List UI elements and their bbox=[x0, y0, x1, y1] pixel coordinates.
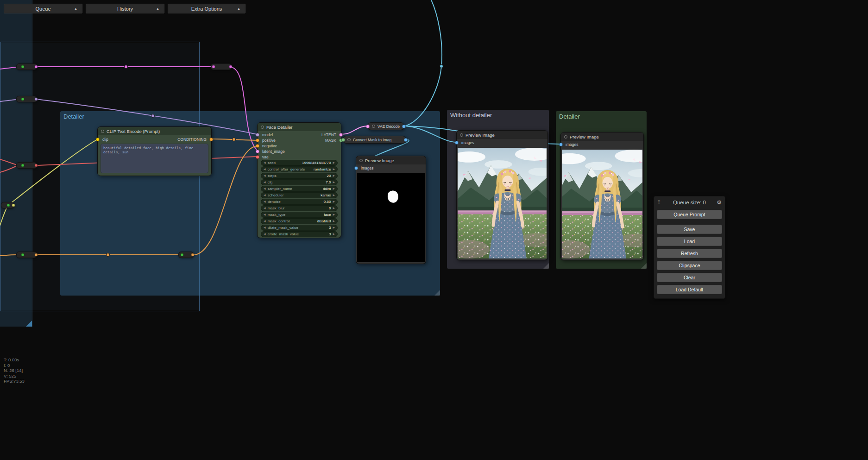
input-port[interactable]: model bbox=[258, 132, 302, 138]
increment-arrow-icon[interactable]: ▶ bbox=[333, 168, 335, 170]
queue-panel-button[interactable]: Queue ▲ bbox=[4, 4, 82, 13]
reroute-out-slot-icon[interactable] bbox=[35, 98, 38, 101]
group-title[interactable]: Detailer bbox=[60, 111, 440, 122]
output-port[interactable]: LATENT bbox=[304, 132, 341, 138]
node-header[interactable]: Face Detailer bbox=[258, 123, 341, 131]
reroute-in-slot-icon[interactable] bbox=[181, 253, 184, 257]
reroute-in-slot-icon[interactable] bbox=[21, 65, 25, 69]
input-slot-icon[interactable] bbox=[256, 139, 259, 142]
menu-button[interactable]: Queue Prompt bbox=[657, 210, 722, 219]
input-slot-icon[interactable] bbox=[341, 138, 345, 142]
reroute-out-slot-icon[interactable] bbox=[191, 253, 195, 257]
menu-button[interactable]: Refresh bbox=[657, 249, 722, 258]
node-header[interactable]: Preview Image bbox=[561, 132, 643, 141]
collapse-up-icon[interactable]: ▲ bbox=[156, 7, 159, 10]
decrement-arrow-icon[interactable]: ◀ bbox=[264, 161, 266, 164]
decrement-arrow-icon[interactable]: ◀ bbox=[264, 187, 266, 190]
reroute-out-slot-icon[interactable] bbox=[35, 164, 38, 167]
decrement-arrow-icon[interactable]: ◀ bbox=[264, 207, 266, 209]
increment-arrow-icon[interactable]: ▶ bbox=[333, 181, 335, 183]
menu-button[interactable]: Clear bbox=[657, 273, 722, 282]
input-slot-icon[interactable] bbox=[256, 155, 259, 159]
reroute-in-slot-icon[interactable] bbox=[212, 65, 215, 69]
main-menu-panel[interactable]: ⠿ Queue size: 0 ⚙ Queue Prompt Save Load… bbox=[654, 196, 725, 299]
collapse-dot-icon[interactable] bbox=[372, 125, 375, 128]
node-vae-decode[interactable]: VAE Decode bbox=[367, 122, 404, 130]
input-slot-icon[interactable] bbox=[455, 141, 459, 145]
collapse-dot-icon[interactable] bbox=[359, 159, 363, 162]
increment-arrow-icon[interactable]: ▶ bbox=[333, 200, 335, 203]
decrement-arrow-icon[interactable]: ◀ bbox=[264, 168, 266, 170]
output-port[interactable]: MASK bbox=[304, 138, 341, 143]
collapse-up-icon[interactable]: ▲ bbox=[237, 7, 240, 10]
reroute-in-slot-icon[interactable] bbox=[7, 204, 10, 207]
increment-arrow-icon[interactable]: ▶ bbox=[333, 161, 335, 164]
input-slot-icon[interactable] bbox=[354, 166, 358, 170]
decrement-arrow-icon[interactable]: ◀ bbox=[264, 226, 266, 229]
input-port[interactable]: vae bbox=[258, 154, 302, 160]
reroute-out-slot-icon[interactable] bbox=[35, 65, 38, 69]
reroute-in-slot-icon[interactable] bbox=[21, 164, 25, 167]
widget-row[interactable]: ◀ mask_blur 0 ▶ bbox=[261, 205, 338, 211]
decrement-arrow-icon[interactable]: ◀ bbox=[264, 200, 266, 203]
input-slot-icon[interactable] bbox=[559, 143, 563, 146]
output-port[interactable]: CONDITIONING bbox=[151, 137, 211, 142]
group-title[interactable]: Without detailer bbox=[447, 110, 549, 120]
increment-arrow-icon[interactable]: ▶ bbox=[333, 207, 335, 209]
widget-row[interactable]: ◀ scheduler karras ▶ bbox=[261, 192, 338, 198]
widget-row[interactable]: ◀ mask_type face ▶ bbox=[261, 212, 338, 218]
node-header[interactable]: Preview Image bbox=[457, 131, 547, 139]
collapse-dot-icon[interactable] bbox=[261, 126, 264, 129]
reroute-node[interactable] bbox=[1, 202, 14, 208]
output-slot-icon[interactable] bbox=[209, 138, 213, 141]
decrement-arrow-icon[interactable]: ◀ bbox=[264, 194, 266, 196]
node-preview-image-detailer[interactable]: Preview Image images bbox=[560, 132, 644, 260]
widget-row[interactable]: ◀ seed 19968451588770 ▶ bbox=[261, 160, 338, 166]
collapse-dot-icon[interactable] bbox=[347, 138, 351, 141]
reroute-in-slot-icon[interactable] bbox=[21, 253, 25, 257]
widget-row[interactable]: ◀ control_after_generate randomize ▶ bbox=[261, 166, 338, 172]
reroute-out-slot-icon[interactable] bbox=[35, 253, 38, 257]
input-slot-icon[interactable] bbox=[256, 133, 259, 137]
drag-handle-icon[interactable]: ⠿ bbox=[657, 200, 660, 205]
node-clip-text-encode[interactable]: CLIP Text Encode (Prompt) clip CONDITION… bbox=[97, 126, 212, 176]
strip-resize-handle-icon[interactable] bbox=[26, 321, 32, 327]
increment-arrow-icon[interactable]: ▶ bbox=[333, 187, 335, 190]
widget-row[interactable]: ◀ sampler_name ddim ▶ bbox=[261, 186, 338, 192]
node-header[interactable]: Preview Image bbox=[356, 156, 426, 164]
increment-arrow-icon[interactable]: ▶ bbox=[333, 220, 335, 222]
widget-row[interactable]: ◀ denoise 0.50 ▶ bbox=[261, 199, 338, 205]
menu-button[interactable]: Load Default bbox=[657, 285, 722, 294]
input-port[interactable]: images bbox=[457, 140, 494, 145]
reroute-in-slot-icon[interactable] bbox=[21, 98, 25, 101]
menu-button[interactable]: Save bbox=[657, 225, 722, 234]
menu-button[interactable]: Clipspace bbox=[657, 261, 722, 270]
reroute-node[interactable] bbox=[178, 252, 194, 258]
output-slot-icon[interactable] bbox=[339, 133, 343, 137]
increment-arrow-icon[interactable]: ▶ bbox=[333, 233, 335, 235]
reroute-node[interactable] bbox=[211, 63, 232, 70]
prompt-textarea[interactable]: beautiful detailed face, high details, f… bbox=[101, 144, 208, 173]
input-port[interactable]: images bbox=[356, 165, 393, 171]
collapse-up-icon[interactable]: ▲ bbox=[74, 7, 77, 10]
collapse-dot-icon[interactable] bbox=[101, 130, 104, 133]
group-resize-handle-icon[interactable] bbox=[434, 290, 440, 296]
widget-row[interactable]: ◀ mask_control disabled ▶ bbox=[261, 218, 338, 224]
input-slot-icon[interactable] bbox=[256, 144, 259, 148]
group-resize-handle-icon[interactable] bbox=[641, 263, 647, 269]
widget-row[interactable]: ◀ dilate_mask_value 3 ▶ bbox=[261, 225, 338, 231]
increment-arrow-icon[interactable]: ▶ bbox=[333, 226, 335, 229]
decrement-arrow-icon[interactable]: ◀ bbox=[264, 233, 266, 235]
input-slot-icon[interactable] bbox=[366, 125, 370, 128]
output-slot-icon[interactable] bbox=[404, 138, 408, 142]
group-resize-handle-icon[interactable] bbox=[543, 263, 549, 269]
node-convert-mask-to-image[interactable]: Convert Mask to Imag bbox=[343, 136, 406, 144]
reroute-node[interactable] bbox=[16, 162, 37, 169]
input-port[interactable]: latent_image bbox=[258, 149, 302, 154]
decrement-arrow-icon[interactable]: ◀ bbox=[264, 181, 266, 183]
input-slot-icon[interactable] bbox=[96, 138, 100, 141]
group-title[interactable]: Detailer bbox=[556, 111, 647, 122]
widget-row[interactable]: ◀ cfg 7.0 ▶ bbox=[261, 179, 338, 185]
node-canvas[interactable]: Detailer Without detailer Detailer bbox=[0, 0, 868, 460]
reroute-node[interactable] bbox=[16, 252, 37, 258]
